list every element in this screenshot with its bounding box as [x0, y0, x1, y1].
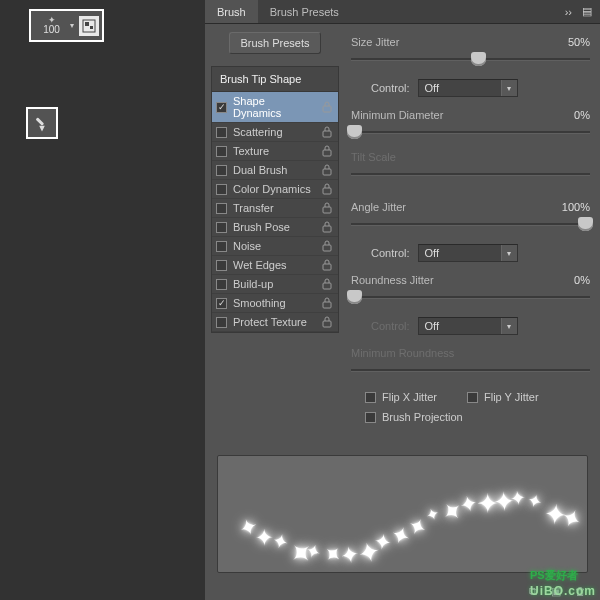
option-scattering[interactable]: Scattering	[212, 123, 338, 142]
min-roundness-label: Minimum Roundness	[351, 347, 454, 359]
angle-jitter-value: 100%	[562, 201, 590, 213]
svg-rect-10	[323, 226, 331, 232]
checkbox-icon[interactable]	[216, 184, 227, 195]
checkbox-icon[interactable]	[216, 203, 227, 214]
option-label: Transfer	[233, 202, 314, 214]
option-label: Shape Dynamics	[233, 95, 314, 119]
flip-x-jitter-checkbox[interactable]: Flip X Jitter	[365, 391, 437, 403]
chevron-down-icon: ▾	[501, 245, 517, 261]
option-noise[interactable]: Noise	[212, 237, 338, 256]
lock-icon[interactable]	[320, 126, 334, 138]
angle-control-select[interactable]: Off▾	[418, 244, 518, 262]
control-label: Control:	[371, 247, 410, 259]
tab-brush-presets[interactable]: Brush Presets	[258, 0, 351, 23]
option-label: Scattering	[233, 126, 314, 138]
lock-icon[interactable]	[320, 202, 334, 214]
tab-brush[interactable]: Brush	[205, 0, 258, 23]
svg-rect-2	[90, 26, 93, 29]
svg-rect-1	[85, 22, 89, 26]
checkbox-icon[interactable]	[216, 102, 227, 113]
roundness-control-select[interactable]: Off▾	[418, 317, 518, 335]
properties-column: Size Jitter50% Control: Off▾ Minimum Dia…	[343, 24, 600, 445]
toggle-brush-panel-button[interactable]	[79, 16, 99, 36]
control-label: Control:	[371, 82, 410, 94]
brush-icon	[29, 110, 54, 135]
brush-presets-button[interactable]: Brush Presets	[229, 32, 320, 54]
lock-icon[interactable]	[320, 259, 334, 271]
option-dual-brush[interactable]: Dual Brush	[212, 161, 338, 180]
chevron-down-icon: ▾	[501, 80, 517, 96]
chevron-down-icon: ▾	[501, 318, 517, 334]
size-control-select[interactable]: Off▾	[418, 79, 518, 97]
panel-toggle-icon	[82, 19, 96, 33]
brush-stroke-preview: ✦✦✦✦✦✦✦✦✦✦✦✦✦✦✦✦✦✦✦✦	[217, 455, 588, 573]
control-label: Control:	[371, 320, 410, 332]
size-jitter-value: 50%	[568, 36, 590, 48]
checkbox-icon[interactable]	[216, 165, 227, 176]
lock-icon[interactable]	[320, 297, 334, 309]
option-brush-pose[interactable]: Brush Pose	[212, 218, 338, 237]
checkbox-icon[interactable]	[216, 146, 227, 157]
lock-icon[interactable]	[320, 278, 334, 290]
option-protect-texture[interactable]: Protect Texture	[212, 313, 338, 332]
svg-rect-13	[323, 283, 331, 289]
option-wet-edges[interactable]: Wet Edges	[212, 256, 338, 275]
option-smoothing[interactable]: Smoothing	[212, 294, 338, 313]
checkbox-icon	[365, 412, 376, 423]
brush-tool-button[interactable]	[26, 107, 58, 139]
sparkle-icon: ✦	[48, 16, 56, 24]
roundness-jitter-value: 0%	[574, 274, 590, 286]
chevron-down-icon: ▾	[70, 21, 74, 30]
brush-options-list: Brush Tip Shape Shape DynamicsScattering…	[211, 66, 339, 333]
lock-icon[interactable]	[320, 183, 334, 195]
option-transfer[interactable]: Transfer	[212, 199, 338, 218]
checkbox-icon[interactable]	[216, 298, 227, 309]
size-jitter-label: Size Jitter	[351, 36, 399, 48]
svg-rect-7	[323, 169, 331, 175]
checkbox-icon[interactable]	[216, 127, 227, 138]
option-label: Brush Pose	[233, 221, 314, 233]
lock-icon[interactable]	[320, 221, 334, 233]
svg-rect-12	[323, 264, 331, 270]
option-label: Dual Brush	[233, 164, 314, 176]
tilt-scale-label: Tilt Scale	[351, 151, 396, 163]
angle-jitter-slider[interactable]	[351, 219, 590, 237]
option-color-dynamics[interactable]: Color Dynamics	[212, 180, 338, 199]
flip-y-jitter-checkbox[interactable]: Flip Y Jitter	[467, 391, 539, 403]
size-jitter-slider[interactable]	[351, 54, 590, 72]
watermark: PS爱好者 UiBO.com	[530, 561, 596, 598]
option-texture[interactable]: Texture	[212, 142, 338, 161]
checkbox-icon[interactable]	[216, 317, 227, 328]
option-build-up[interactable]: Build-up	[212, 275, 338, 294]
options-column: Brush Presets Brush Tip Shape Shape Dyna…	[205, 24, 343, 445]
roundness-jitter-slider[interactable]	[351, 292, 590, 310]
lock-icon[interactable]	[320, 145, 334, 157]
svg-rect-4	[323, 106, 331, 112]
checkbox-icon[interactable]	[216, 222, 227, 233]
panel-tabs: Brush Brush Presets ›› ▤	[205, 0, 600, 24]
svg-rect-3	[36, 117, 44, 125]
svg-rect-15	[323, 321, 331, 327]
min-diameter-slider[interactable]	[351, 127, 590, 145]
checkbox-icon[interactable]	[216, 279, 227, 290]
option-label: Wet Edges	[233, 259, 314, 271]
expand-icon[interactable]: ››	[565, 6, 572, 18]
option-label: Color Dynamics	[233, 183, 314, 195]
lock-icon[interactable]	[320, 316, 334, 328]
panel-menu-icon[interactable]: ▤	[582, 5, 592, 18]
svg-rect-9	[323, 207, 331, 213]
checkbox-icon[interactable]	[216, 260, 227, 271]
checkbox-icon[interactable]	[216, 241, 227, 252]
brush-preset-picker[interactable]: ✦ 100 ▾	[29, 9, 104, 42]
angle-jitter-label: Angle Jitter	[351, 201, 406, 213]
svg-rect-6	[323, 150, 331, 156]
brush-tip-shape-item[interactable]: Brush Tip Shape	[212, 67, 338, 92]
lock-icon[interactable]	[320, 240, 334, 252]
brush-projection-checkbox[interactable]: Brush Projection	[365, 411, 463, 423]
lock-icon[interactable]	[320, 164, 334, 176]
svg-rect-8	[323, 188, 331, 194]
checkbox-icon	[467, 392, 478, 403]
option-shape-dynamics[interactable]: Shape Dynamics	[212, 92, 338, 123]
svg-rect-5	[323, 131, 331, 137]
lock-icon[interactable]	[320, 101, 334, 113]
